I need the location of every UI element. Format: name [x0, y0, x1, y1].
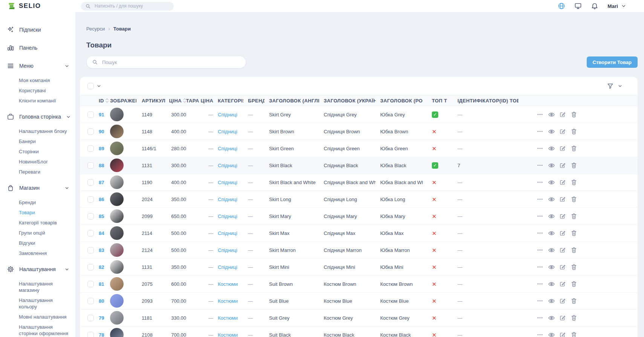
column-header[interactable]: ID — [99, 98, 110, 104]
view-button[interactable] — [548, 145, 555, 152]
product-id-link[interactable]: 86 — [99, 197, 104, 202]
product-id-link[interactable]: 84 — [99, 230, 104, 236]
sidebar-subitem[interactable]: Замовлення — [0, 248, 75, 258]
sidebar-subitem[interactable]: Налаштування блоку — [0, 126, 75, 136]
edit-button[interactable] — [559, 213, 566, 220]
delete-button[interactable] — [571, 145, 577, 152]
sidebar-item-home-page[interactable]: Головна сторінка — [0, 108, 75, 126]
row-checkbox[interactable] — [87, 247, 94, 253]
product-category-link[interactable]: Костюми — [218, 315, 238, 321]
row-checkbox[interactable] — [87, 315, 94, 321]
notifications-bell-icon[interactable] — [591, 2, 598, 10]
brand-logo[interactable]: SELIO — [0, 2, 75, 10]
row-checkbox[interactable] — [87, 162, 94, 169]
delete-button[interactable] — [571, 331, 577, 337]
filter-chevron-icon[interactable] — [618, 84, 623, 88]
view-button[interactable] — [548, 128, 555, 135]
sidebar-subitem[interactable]: Бренди — [0, 197, 75, 207]
view-button[interactable] — [548, 264, 555, 270]
select-all-checkbox[interactable] — [87, 83, 94, 89]
product-id-link[interactable]: 79 — [99, 315, 104, 321]
product-category-link[interactable]: Спідниці — [218, 163, 237, 168]
delete-button[interactable] — [571, 230, 577, 236]
sidebar-subitem[interactable]: Категорії товарів — [0, 218, 75, 228]
edit-button[interactable] — [559, 297, 566, 304]
sidebar-item-settings[interactable]: Налаштування — [0, 260, 75, 278]
row-checkbox[interactable] — [87, 145, 94, 152]
delete-button[interactable] — [571, 297, 577, 304]
product-id-link[interactable]: 88 — [99, 163, 104, 168]
sidebar-subitem[interactable]: Переваги — [0, 167, 75, 177]
row-checkbox[interactable] — [87, 332, 94, 337]
more-actions-button[interactable] — [537, 213, 543, 220]
delete-button[interactable] — [571, 247, 577, 253]
view-button[interactable] — [548, 213, 555, 220]
view-button[interactable] — [548, 297, 555, 304]
sidebar-subitem[interactable]: Моя компанія — [0, 75, 75, 85]
product-id-link[interactable]: 83 — [99, 247, 104, 253]
edit-button[interactable] — [559, 128, 566, 135]
edit-button[interactable] — [559, 111, 566, 118]
row-checkbox[interactable] — [87, 196, 94, 203]
product-id-link[interactable]: 89 — [99, 146, 104, 151]
sidebar-subitem[interactable]: Клієнти компанії — [0, 96, 75, 106]
edit-button[interactable] — [559, 314, 566, 321]
sidebar-item-menu[interactable]: Меню — [0, 57, 75, 75]
more-actions-button[interactable] — [537, 128, 543, 135]
product-id-link[interactable]: 90 — [99, 129, 104, 134]
more-actions-button[interactable] — [537, 111, 543, 118]
more-actions-button[interactable] — [537, 297, 543, 304]
view-button[interactable] — [548, 331, 555, 337]
sidebar-subitem[interactable]: Сторінки — [0, 146, 75, 157]
more-actions-button[interactable] — [537, 145, 543, 152]
row-checkbox[interactable] — [87, 128, 94, 135]
more-actions-button[interactable] — [537, 331, 543, 337]
sidebar-subitem[interactable]: Товари — [0, 207, 75, 218]
view-button[interactable] — [548, 111, 555, 118]
more-actions-button[interactable] — [537, 162, 543, 169]
delete-button[interactable] — [571, 162, 577, 169]
create-product-button[interactable]: Створити Товар — [587, 56, 638, 68]
row-checkbox[interactable] — [87, 111, 94, 118]
product-category-link[interactable]: Спідниці — [218, 129, 237, 134]
row-checkbox[interactable] — [87, 213, 94, 220]
sidebar-subitem[interactable]: Групи опцій — [0, 228, 75, 238]
edit-button[interactable] — [559, 145, 566, 152]
edit-button[interactable] — [559, 247, 566, 253]
view-button[interactable] — [548, 196, 555, 203]
sidebar-subitem[interactable]: Банери — [0, 136, 75, 146]
product-id-link[interactable]: 81 — [99, 281, 104, 287]
product-category-link[interactable]: Спідниці — [218, 112, 237, 117]
monitor-icon[interactable] — [574, 2, 582, 10]
sidebar-subitem[interactable]: Налаштування магазину — [0, 279, 75, 295]
product-category-link[interactable]: Спідниці — [218, 180, 237, 185]
more-actions-button[interactable] — [537, 179, 543, 186]
global-search-input[interactable] — [94, 3, 170, 9]
product-category-link[interactable]: Спідниці — [218, 247, 237, 253]
more-actions-button[interactable] — [537, 230, 543, 236]
row-checkbox[interactable] — [87, 179, 94, 186]
filter-funnel-icon[interactable] — [607, 82, 614, 90]
view-button[interactable] — [548, 162, 555, 169]
edit-button[interactable] — [559, 264, 566, 270]
products-search-input[interactable] — [101, 59, 240, 66]
product-category-link[interactable]: Костюми — [218, 281, 238, 287]
product-category-link[interactable]: Костюми — [218, 332, 238, 337]
more-actions-button[interactable] — [537, 314, 543, 321]
delete-button[interactable] — [571, 264, 577, 270]
view-button[interactable] — [548, 247, 555, 253]
edit-button[interactable] — [559, 196, 566, 203]
row-checkbox[interactable] — [87, 230, 94, 236]
edit-button[interactable] — [559, 179, 566, 186]
column-header[interactable]: БРЕНД — [243, 98, 265, 104]
edit-button[interactable] — [559, 281, 566, 287]
column-header[interactable]: ЦІНА — [167, 98, 186, 104]
column-header[interactable]: АРТИКУЛ — [136, 98, 167, 104]
edit-button[interactable] — [559, 162, 566, 169]
view-button[interactable] — [548, 230, 555, 236]
product-id-link[interactable]: 78 — [99, 332, 104, 337]
view-button[interactable] — [548, 179, 555, 186]
sidebar-subitem[interactable]: Відгуки — [0, 238, 75, 248]
row-checkbox[interactable] — [87, 281, 94, 287]
product-category-link[interactable]: Спідниці — [218, 230, 237, 236]
